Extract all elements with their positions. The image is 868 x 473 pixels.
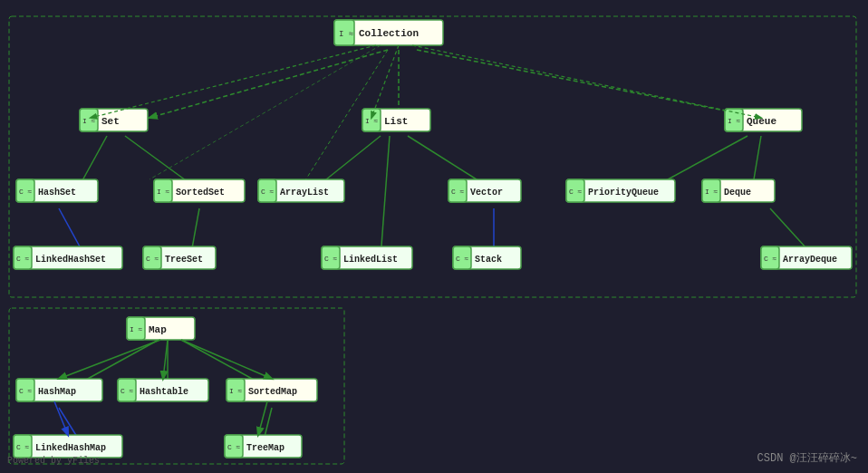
node-linkedhashset: C ≈ LinkedHashSet (14, 246, 122, 269)
svg-text:I ≈: I ≈ (229, 387, 243, 395)
svg-text:ArrayList: ArrayList (280, 188, 329, 198)
node-hashtable: C ≈ Hashtable (118, 379, 208, 401)
svg-text:C ≈: C ≈ (227, 443, 241, 451)
svg-text:Queue: Queue (747, 116, 776, 127)
svg-text:LinkedList: LinkedList (343, 255, 398, 265)
svg-text:C ≈: C ≈ (19, 387, 33, 395)
svg-text:TreeMap: TreeMap (246, 443, 285, 453)
svg-text:PriorityQueue: PriorityQueue (588, 188, 659, 198)
svg-text:I ≈: I ≈ (82, 117, 96, 125)
svg-text:SortedMap: SortedMap (248, 387, 297, 397)
svg-text:C ≈: C ≈ (16, 255, 30, 263)
svg-text:Vector: Vector (470, 188, 503, 198)
node-treeset: C ≈ TreeSet (143, 246, 216, 269)
svg-text:C ≈: C ≈ (16, 443, 30, 451)
node-map: I ≈ Map (127, 317, 195, 340)
svg-text:I ≈: I ≈ (365, 117, 379, 125)
svg-text:C ≈: C ≈ (19, 188, 33, 196)
svg-text:List: List (384, 116, 408, 127)
svg-text:Stack: Stack (475, 255, 502, 265)
diagram-canvas: I ≈ Collection I ≈ Set I ≈ List I ≈ Queu… (0, 0, 868, 473)
node-sortedmap: I ≈ SortedMap (227, 379, 317, 401)
svg-text:C ≈: C ≈ (456, 255, 469, 263)
node-arraylist: C ≈ ArrayList (258, 179, 344, 202)
svg-text:I ≈: I ≈ (130, 325, 143, 333)
svg-text:Collection: Collection (359, 28, 419, 39)
svg-text:C ≈: C ≈ (764, 255, 777, 263)
svg-text:TreeSet: TreeSet (165, 255, 203, 265)
node-hashmap: C ≈ HashMap (16, 379, 102, 401)
svg-text:Map: Map (149, 324, 167, 335)
node-stack: C ≈ Stack (453, 246, 521, 269)
powered-by: Powered by yFiles (7, 456, 100, 466)
svg-text:C ≈: C ≈ (261, 188, 275, 196)
svg-text:LinkedHashSet: LinkedHashSet (35, 255, 106, 265)
node-arraydeque: C ≈ ArrayDeque (761, 246, 852, 269)
svg-text:C ≈: C ≈ (146, 255, 159, 263)
svg-text:I ≈: I ≈ (157, 188, 170, 196)
node-treemap: C ≈ TreeMap (225, 435, 302, 458)
node-collection: I ≈ Collection (334, 20, 443, 45)
svg-text:C ≈: C ≈ (451, 188, 465, 196)
svg-text:C ≈: C ≈ (324, 255, 338, 263)
node-vector: C ≈ Vector (448, 179, 521, 202)
svg-text:HashSet: HashSet (38, 188, 76, 198)
node-linkedhashmap: C ≈ LinkedHashMap (14, 435, 122, 458)
svg-text:SortedSet: SortedSet (176, 188, 225, 198)
svg-text:I ≈: I ≈ (728, 117, 741, 125)
node-linkedlist: C ≈ LinkedList (322, 246, 412, 269)
node-deque: I ≈ Deque (702, 179, 775, 202)
hierarchy-svg: I ≈ Collection I ≈ Set I ≈ List I ≈ Queu… (0, 0, 868, 473)
node-hashset: C ≈ HashSet (16, 179, 98, 202)
node-priorityqueue: C ≈ PriorityQueue (566, 179, 675, 202)
svg-text:Hashtable: Hashtable (140, 387, 188, 397)
svg-text:Deque: Deque (724, 188, 751, 198)
svg-text:I ≈: I ≈ (339, 30, 353, 39)
svg-text:C ≈: C ≈ (121, 387, 134, 395)
watermark: CSDN @汪汪碎碎冰~ (757, 450, 857, 466)
svg-text:HashMap: HashMap (38, 387, 76, 397)
node-set: I ≈ Set (80, 109, 148, 131)
node-sortedset: I ≈ SortedSet (154, 179, 245, 202)
node-list: I ≈ List (362, 109, 430, 131)
svg-text:Set: Set (101, 116, 120, 127)
svg-text:C ≈: C ≈ (569, 188, 583, 196)
svg-text:I ≈: I ≈ (705, 188, 719, 196)
svg-text:LinkedHashMap: LinkedHashMap (35, 443, 106, 453)
svg-text:ArrayDeque: ArrayDeque (783, 255, 837, 265)
